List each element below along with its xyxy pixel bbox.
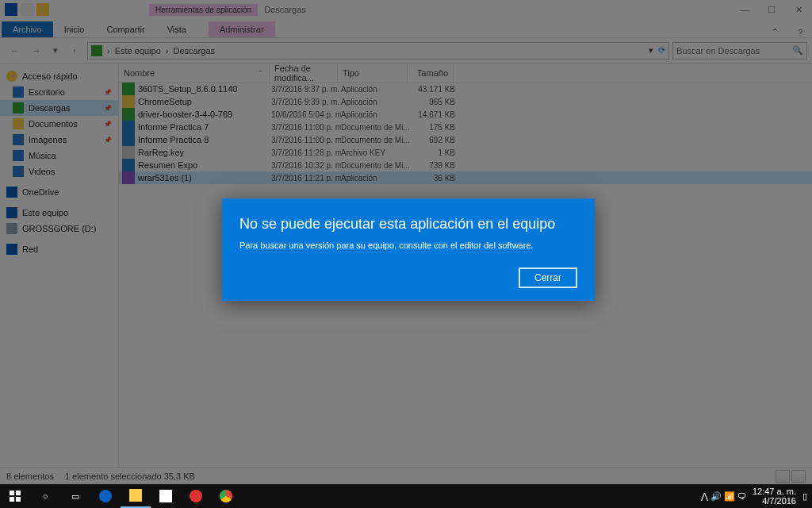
error-dialog: No se puede ejecutar esta aplicación en …	[222, 198, 595, 301]
system-tray: ⋀ 🔊 📶 🗨 12:47 a. m. 4/7/2016 ▯	[701, 487, 812, 506]
taskbar-app-red[interactable]	[181, 484, 211, 508]
task-view-button[interactable]: ▭	[60, 484, 90, 508]
svg-rect-0	[10, 491, 14, 495]
clock-date: 4/7/2016	[762, 496, 796, 506]
svg-rect-3	[16, 497, 21, 502]
dialog-body: Para buscar una versión para su equipo, …	[239, 241, 577, 250]
start-button[interactable]	[0, 484, 30, 508]
tray-icons[interactable]: ⋀ 🔊 📶 🗨	[701, 491, 746, 502]
taskbar-chrome[interactable]	[211, 484, 241, 508]
dialog-title: No se puede ejecutar esta aplicación en …	[239, 216, 577, 233]
dialog-close-button[interactable]: Cerrar	[519, 267, 577, 288]
taskbar-explorer[interactable]	[121, 484, 151, 508]
taskbar-edge[interactable]	[90, 484, 121, 508]
svg-rect-2	[10, 497, 14, 502]
clock-time: 12:47 a. m.	[753, 487, 796, 496]
taskbar-store[interactable]	[151, 484, 181, 508]
taskbar-clock[interactable]: 12:47 a. m. 4/7/2016	[753, 487, 796, 506]
action-center-icon[interactable]: ▯	[802, 491, 807, 502]
taskbar: ○ ▭ ⋀ 🔊 📶 🗨 12:47 a. m. 4/7/2016 ▯	[0, 484, 812, 508]
cortana-search-button[interactable]: ○	[30, 484, 60, 508]
svg-rect-1	[16, 491, 21, 495]
